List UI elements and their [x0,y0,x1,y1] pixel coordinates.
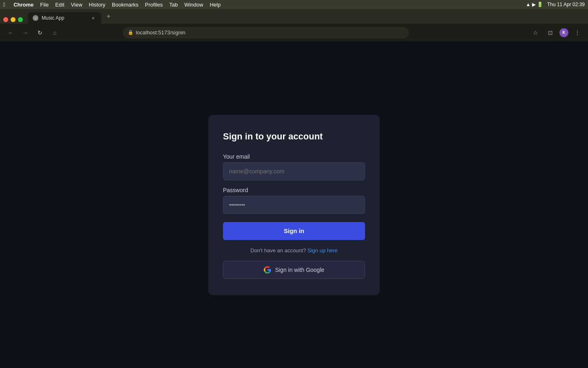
apple-logo-icon[interactable]:  [3,1,5,8]
home-button[interactable]: ⌂ [49,27,60,38]
google-logo-icon [264,266,271,274]
new-tab-button[interactable]: + [103,11,114,22]
password-label: Password [223,187,365,193]
signin-card: Sign in to your account Your email Passw… [208,115,380,295]
url-lock-icon: 🔒 [128,30,134,35]
clock: Thu 11 Apr 02:39 [547,2,585,7]
traffic-lights [3,17,23,24]
close-window-button[interactable] [3,17,8,22]
maximize-window-button[interactable] [18,17,23,22]
url-bar[interactable]: 🔒 localhost:5173/signin [123,27,409,38]
menu-item-window[interactable]: Window [184,2,203,8]
password-input[interactable] [223,196,365,214]
menu-item-edit[interactable]: Edit [55,2,64,8]
menu-item-history[interactable]: History [89,2,105,8]
more-options-button[interactable]: ⋮ [572,27,583,38]
menu-item-view[interactable]: View [71,2,82,8]
minimize-window-button[interactable] [11,17,16,22]
page-content: Sign in to your account Your email Passw… [0,42,588,368]
email-input[interactable] [223,162,365,180]
google-signin-button[interactable]: Sign in with Google [223,261,365,279]
menu-item-help[interactable]: Help [210,2,221,8]
tab-favicon-icon: ♪ [33,15,38,21]
signin-button[interactable]: Sign in [223,222,365,240]
menu-item-bookmarks[interactable]: Bookmarks [112,2,138,8]
menu-item-file[interactable]: File [40,2,49,8]
google-signin-label: Sign in with Google [275,267,325,273]
system-icons: ▲ ▶ 🔋 [526,2,543,7]
back-button[interactable]: ← [5,27,16,38]
forward-button[interactable]: → [20,27,31,38]
user-avatar[interactable]: K [559,28,568,37]
tab-title: Music App [42,15,64,21]
email-label: Your email [223,153,365,160]
url-text: localhost:5173/signin [136,29,185,36]
reload-button[interactable]: ↻ [34,27,46,38]
split-view-button[interactable]: ⊡ [545,27,556,38]
bookmark-button[interactable]: ☆ [530,27,541,38]
address-bar: ← → ↻ ⌂ 🔒 localhost:5173/signin ☆ ⊡ K ⋮ [0,24,588,42]
password-form-group: Password [223,187,365,214]
browser-chrome: ♪ Music App ✕ + ← → ↻ ⌂ 🔒 localhost:5173… [0,9,588,42]
tab-close-button[interactable]: ✕ [90,15,96,21]
toolbar-right: ☆ ⊡ K ⋮ [530,27,583,38]
menu-item-chrome[interactable]: Chrome [13,2,33,8]
no-account-text: Don't have an account? Sign up here [223,247,365,254]
signin-title: Sign in to your account [223,131,365,142]
menu-bar:  Chrome File Edit View History Bookmark… [0,0,588,9]
menu-item-tab[interactable]: Tab [169,2,178,8]
menu-item-profiles[interactable]: Profiles [145,2,163,8]
email-form-group: Your email [223,153,365,180]
browser-tab[interactable]: ♪ Music App ✕ [28,12,101,24]
signup-link[interactable]: Sign up here [307,247,338,254]
tab-bar: ♪ Music App ✕ + [0,9,588,24]
